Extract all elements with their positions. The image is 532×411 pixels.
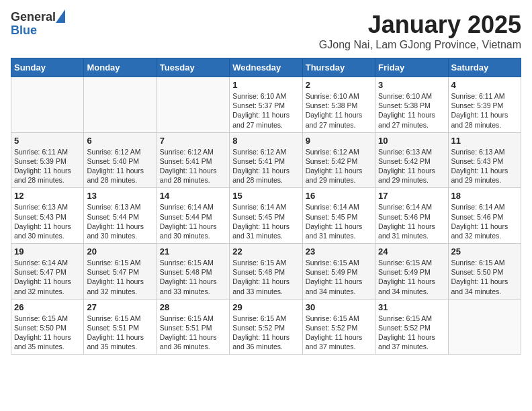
day-number: 9	[306, 136, 372, 146]
calendar-cell: 3Sunrise: 6:10 AM Sunset: 5:38 PM Daylig…	[375, 77, 448, 133]
day-info: Sunrise: 6:15 AM Sunset: 5:49 PM Dayligh…	[378, 258, 445, 296]
calendar-cell: 26Sunrise: 6:15 AM Sunset: 5:50 PM Dayli…	[11, 299, 84, 355]
calendar-cell: 30Sunrise: 6:15 AM Sunset: 5:52 PM Dayli…	[302, 299, 375, 355]
day-info: Sunrise: 6:13 AM Sunset: 5:43 PM Dayligh…	[14, 202, 81, 240]
calendar-title: January 2025	[319, 11, 521, 39]
page-header: General Blue January 2025 GJong Nai, Lam…	[11, 11, 521, 51]
day-info: Sunrise: 6:12 AM Sunset: 5:41 PM Dayligh…	[160, 147, 226, 185]
day-number: 10	[378, 136, 445, 146]
day-info: Sunrise: 6:15 AM Sunset: 5:50 PM Dayligh…	[451, 258, 518, 296]
day-info: Sunrise: 6:11 AM Sunset: 5:39 PM Dayligh…	[451, 91, 518, 130]
day-info: Sunrise: 6:13 AM Sunset: 5:43 PM Dayligh…	[451, 147, 518, 185]
day-number: 6	[87, 136, 153, 146]
day-info: Sunrise: 6:14 AM Sunset: 5:45 PM Dayligh…	[306, 202, 372, 240]
calendar-cell: 12Sunrise: 6:13 AM Sunset: 5:43 PM Dayli…	[11, 188, 84, 244]
day-info: Sunrise: 6:15 AM Sunset: 5:52 PM Dayligh…	[378, 314, 445, 352]
week-row-1: 1Sunrise: 6:10 AM Sunset: 5:37 PM Daylig…	[11, 77, 521, 133]
week-row-5: 26Sunrise: 6:15 AM Sunset: 5:50 PM Dayli…	[11, 299, 521, 355]
calendar-cell: 7Sunrise: 6:12 AM Sunset: 5:41 PM Daylig…	[157, 132, 229, 188]
day-number: 30	[306, 302, 372, 312]
day-number: 31	[378, 302, 445, 312]
calendar-cell: 17Sunrise: 6:14 AM Sunset: 5:46 PM Dayli…	[375, 188, 448, 244]
day-number: 7	[160, 136, 226, 146]
day-info: Sunrise: 6:14 AM Sunset: 5:47 PM Dayligh…	[14, 258, 81, 296]
weekday-header-tuesday: Tuesday	[157, 58, 229, 77]
day-number: 26	[14, 302, 81, 312]
day-info: Sunrise: 6:14 AM Sunset: 5:45 PM Dayligh…	[232, 202, 299, 240]
calendar-cell: 27Sunrise: 6:15 AM Sunset: 5:51 PM Dayli…	[84, 299, 157, 355]
calendar-table: SundayMondayTuesdayWednesdayThursdayFrid…	[11, 58, 521, 355]
calendar-cell: 2Sunrise: 6:10 AM Sunset: 5:38 PM Daylig…	[302, 77, 375, 133]
calendar-cell: 5Sunrise: 6:11 AM Sunset: 5:39 PM Daylig…	[11, 132, 84, 188]
day-number: 28	[160, 302, 226, 312]
calendar-cell: 24Sunrise: 6:15 AM Sunset: 5:49 PM Dayli…	[375, 244, 448, 300]
calendar-cell: 14Sunrise: 6:14 AM Sunset: 5:44 PM Dayli…	[157, 188, 229, 244]
calendar-cell: 9Sunrise: 6:12 AM Sunset: 5:42 PM Daylig…	[302, 132, 375, 188]
day-info: Sunrise: 6:15 AM Sunset: 5:51 PM Dayligh…	[87, 314, 153, 352]
day-number: 5	[14, 136, 81, 146]
weekday-header-row: SundayMondayTuesdayWednesdayThursdayFrid…	[11, 58, 521, 77]
calendar-cell: 29Sunrise: 6:15 AM Sunset: 5:52 PM Dayli…	[230, 299, 302, 355]
day-number: 22	[232, 246, 299, 257]
calendar-subtitle: GJong Nai, Lam GJong Province, Vietnam	[319, 39, 521, 51]
day-number: 19	[14, 246, 81, 257]
weekday-header-monday: Monday	[84, 58, 157, 77]
calendar-cell: 31Sunrise: 6:15 AM Sunset: 5:52 PM Dayli…	[375, 299, 448, 355]
calendar-cell: 18Sunrise: 6:14 AM Sunset: 5:46 PM Dayli…	[448, 188, 521, 244]
day-info: Sunrise: 6:12 AM Sunset: 5:42 PM Dayligh…	[306, 147, 372, 185]
day-info: Sunrise: 6:13 AM Sunset: 5:42 PM Dayligh…	[378, 147, 445, 185]
day-info: Sunrise: 6:10 AM Sunset: 5:38 PM Dayligh…	[378, 91, 445, 130]
week-row-4: 19Sunrise: 6:14 AM Sunset: 5:47 PM Dayli…	[11, 244, 521, 300]
logo: General Blue	[11, 11, 65, 38]
day-number: 11	[451, 136, 518, 146]
day-number: 27	[87, 302, 153, 312]
calendar-cell: 11Sunrise: 6:13 AM Sunset: 5:43 PM Dayli…	[448, 132, 521, 188]
day-number: 23	[306, 246, 372, 257]
day-number: 13	[87, 191, 153, 201]
day-info: Sunrise: 6:10 AM Sunset: 5:37 PM Dayligh…	[232, 91, 299, 130]
day-number: 1	[232, 80, 299, 90]
day-info: Sunrise: 6:15 AM Sunset: 5:47 PM Dayligh…	[87, 258, 153, 296]
calendar-cell: 23Sunrise: 6:15 AM Sunset: 5:49 PM Dayli…	[302, 244, 375, 300]
day-number: 4	[451, 80, 518, 90]
day-info: Sunrise: 6:14 AM Sunset: 5:46 PM Dayligh…	[451, 202, 518, 240]
day-number: 24	[378, 246, 445, 257]
day-info: Sunrise: 6:11 AM Sunset: 5:39 PM Dayligh…	[14, 147, 81, 185]
day-number: 12	[14, 191, 81, 201]
calendar-cell	[157, 77, 229, 133]
day-number: 8	[232, 136, 299, 146]
weekday-header-friday: Friday	[375, 58, 448, 77]
day-number: 21	[160, 246, 226, 257]
day-info: Sunrise: 6:15 AM Sunset: 5:50 PM Dayligh…	[14, 314, 81, 352]
calendar-cell: 4Sunrise: 6:11 AM Sunset: 5:39 PM Daylig…	[448, 77, 521, 133]
logo-triangle-icon	[56, 9, 65, 23]
day-number: 3	[378, 80, 445, 90]
weekday-header-saturday: Saturday	[448, 58, 521, 77]
day-number: 29	[232, 302, 299, 312]
title-section: January 2025 GJong Nai, Lam GJong Provin…	[319, 11, 521, 51]
calendar-cell: 21Sunrise: 6:15 AM Sunset: 5:48 PM Dayli…	[157, 244, 229, 300]
calendar-cell	[11, 77, 84, 133]
day-info: Sunrise: 6:15 AM Sunset: 5:52 PM Dayligh…	[306, 314, 372, 352]
day-number: 20	[87, 246, 153, 257]
calendar-cell: 25Sunrise: 6:15 AM Sunset: 5:50 PM Dayli…	[448, 244, 521, 300]
calendar-cell: 6Sunrise: 6:12 AM Sunset: 5:40 PM Daylig…	[84, 132, 157, 188]
day-number: 14	[160, 191, 226, 201]
calendar-cell: 28Sunrise: 6:15 AM Sunset: 5:51 PM Dayli…	[157, 299, 229, 355]
weekday-header-sunday: Sunday	[11, 58, 84, 77]
calendar-cell: 19Sunrise: 6:14 AM Sunset: 5:47 PM Dayli…	[11, 244, 84, 300]
calendar-cell: 15Sunrise: 6:14 AM Sunset: 5:45 PM Dayli…	[230, 188, 302, 244]
day-info: Sunrise: 6:15 AM Sunset: 5:52 PM Dayligh…	[232, 314, 299, 352]
day-info: Sunrise: 6:13 AM Sunset: 5:44 PM Dayligh…	[87, 202, 153, 240]
weekday-header-thursday: Thursday	[302, 58, 375, 77]
logo-general-text: General	[11, 11, 56, 24]
calendar-cell: 22Sunrise: 6:15 AM Sunset: 5:48 PM Dayli…	[230, 244, 302, 300]
calendar-cell	[448, 299, 521, 355]
day-info: Sunrise: 6:12 AM Sunset: 5:41 PM Dayligh…	[232, 147, 299, 185]
weekday-header-wednesday: Wednesday	[230, 58, 302, 77]
calendar-cell: 20Sunrise: 6:15 AM Sunset: 5:47 PM Dayli…	[84, 244, 157, 300]
day-info: Sunrise: 6:14 AM Sunset: 5:44 PM Dayligh…	[160, 202, 226, 240]
day-info: Sunrise: 6:15 AM Sunset: 5:48 PM Dayligh…	[160, 258, 226, 296]
day-info: Sunrise: 6:10 AM Sunset: 5:38 PM Dayligh…	[306, 91, 372, 130]
calendar-cell: 16Sunrise: 6:14 AM Sunset: 5:45 PM Dayli…	[302, 188, 375, 244]
